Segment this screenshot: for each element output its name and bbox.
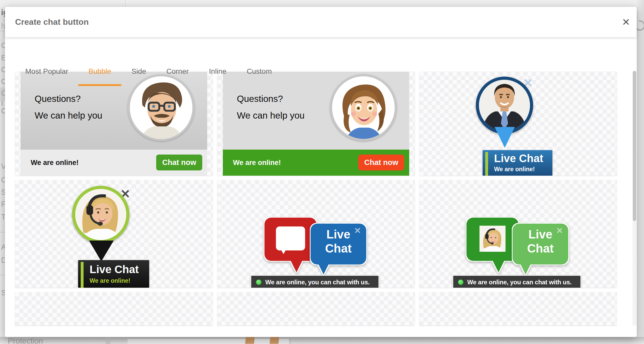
speech-bubble-secondary [264,218,317,261]
tab-most-popular[interactable]: Most Popular [15,64,78,86]
live-chat-title-line2: Chat [311,241,366,255]
online-status-pill: We are online, you can chat with us. [452,275,581,288]
background-button-fragment [106,337,110,344]
background-protection-label: Protection [8,336,43,344]
online-status-text: We are online! [90,277,130,284]
bubble-tail [318,264,329,274]
chat-widget-preview: Questions? We can help you [21,72,207,176]
background-right-band [637,0,644,344]
online-status-text: We are online! [494,166,535,173]
live-chat-title: Live Chat [494,152,543,165]
template-grid: Questions? We can help you [15,72,617,325]
background-sidebar-text-fragment: h [1,22,5,30]
inner-bubble-tail [281,250,286,254]
chat-widget-preview: Questions? We can help you [223,72,409,176]
speech-bubble-live-chat: Live Chat ✕ [311,224,366,265]
online-status-text: We are online! [31,150,79,176]
banner-status-bar: We are online! Chat now [223,150,409,176]
online-status-text: We are online! [233,150,281,176]
avatar-woman-headset-photo [479,226,506,252]
screen: ighCECCCICVCSFTADS Protection Create cha… [0,0,644,344]
background-sidebar-divider [0,275,5,275]
pin-pointer [495,127,515,148]
chat-now-button[interactable]: Chat now [156,155,202,170]
online-status-text: We are online, you can chat with us. [265,279,370,286]
background-sidebar-divider [0,232,5,232]
background-bottom-divider [290,337,290,344]
background-top-divider [125,0,126,7]
template-placeholder[interactable] [217,292,415,325]
live-chat-title-line2: Chat [513,241,568,255]
close-icon[interactable]: ✕ [620,16,633,29]
background-orange-fragment [270,337,279,344]
template-duo-green[interactable]: Live Chat ✕ We are online, you can chat … [419,180,617,288]
template-duo-red-blue[interactable]: Live Chat ✕ We are online, you can chat … [217,180,415,288]
online-dot-icon [458,279,464,285]
online-dot-icon [256,279,262,285]
template-pin-black[interactable]: ✕ [15,180,213,288]
template-banner-green[interactable]: Questions? We can help you [217,72,415,176]
create-chat-button-dialog: Create chat button ✕ Most Popular Bubble… [5,7,637,337]
banner-heading-line2: We can help you [35,110,102,121]
avatar-woman-headset-photo [72,186,129,243]
banner-heading-line2: We can help you [237,110,305,121]
accent-stripe [485,152,488,176]
tab-custom[interactable]: Custom [237,64,282,86]
close-icon: ✕ [556,226,563,236]
bubble-tail [520,264,531,274]
template-category-tabs: Most Popular Bubble Side Corner Inline C… [15,64,282,86]
template-banner-gray[interactable]: Questions? We can help you [15,72,213,176]
inner-speech-bubble [276,226,305,250]
bubble-tail [291,260,302,272]
background-bottom-band [0,337,644,344]
tab-inline[interactable]: Inline [199,64,237,86]
template-placeholder[interactable] [15,292,213,325]
background-top-strip [0,0,644,7]
speech-bubble-secondary [466,218,519,261]
avatar-woman-cartoon [330,74,397,141]
live-chat-label-box: Live Chat We are online! [78,260,149,288]
background-bar-fragment [128,339,289,344]
background-orange-fragment [245,337,255,344]
bubble-tail [493,260,504,272]
dialog-header: Create chat button ✕ [5,7,637,37]
online-status-pill: We are online, you can chat with us. [250,275,379,288]
banner-heading-line1: Questions? [237,94,283,104]
tab-corner[interactable]: Corner [156,64,199,86]
background-sidebar-divider [0,31,5,31]
online-status-text: We are online, you can chat with us. [467,279,572,286]
chat-now-button[interactable]: Chat now [358,155,404,170]
template-pin-blue[interactable]: ✕ [419,72,617,176]
dialog-title: Create chat button [15,7,89,37]
scrollbar-track[interactable] [633,71,636,325]
live-chat-title: Live Chat [90,263,139,276]
avatar-man-photo [476,77,533,134]
banner-heading-line1: Questions? [35,94,81,104]
tab-bubble[interactable]: Bubble [78,64,121,86]
accent-stripe [81,262,84,288]
banner-status-bar: We are online! Chat now [21,150,207,176]
template-placeholder[interactable] [419,292,617,325]
live-chat-label-box: Live Chat We are online! [483,150,552,176]
pin-pointer [89,241,114,261]
close-icon: ✕ [354,226,361,236]
scrollbar-thumb[interactable] [633,71,636,221]
speech-bubble-live-chat: Live Chat ✕ [513,224,568,265]
tab-side[interactable]: Side [121,64,156,86]
